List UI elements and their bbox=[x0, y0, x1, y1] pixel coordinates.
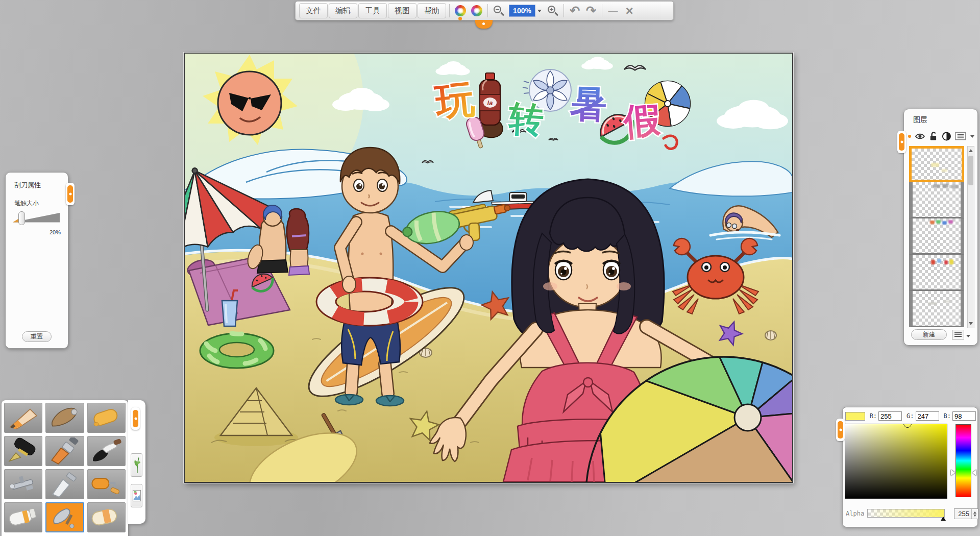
b-input[interactable] bbox=[952, 411, 976, 421]
layers-drag-handle[interactable] bbox=[897, 131, 906, 153]
zoom-in-button[interactable]: + bbox=[545, 3, 561, 18]
new-layer-button[interactable]: 新建 bbox=[911, 329, 947, 340]
menu-help-label: 帮助 bbox=[424, 6, 439, 16]
layers-scrollbar[interactable] bbox=[967, 146, 974, 328]
alpha-marker[interactable] bbox=[941, 517, 946, 521]
paint-tube-icon bbox=[6, 504, 41, 531]
layer-item[interactable] bbox=[909, 291, 964, 327]
undo-button[interactable]: ↶ bbox=[567, 3, 583, 18]
zoom-level-value: 100% bbox=[513, 7, 531, 15]
airbrush-icon bbox=[6, 471, 41, 498]
drawing-canvas[interactable]: la 玩 转 暑 假 bbox=[184, 53, 793, 483]
brush-paint-roller[interactable] bbox=[87, 469, 126, 499]
layers-options-caret[interactable] bbox=[966, 335, 970, 337]
close-button[interactable]: × bbox=[621, 3, 638, 18]
zoom-level-field[interactable]: 100% bbox=[509, 5, 535, 17]
close-icon: × bbox=[625, 4, 633, 17]
new-layer-label: 新建 bbox=[923, 330, 935, 339]
flat-brush-icon bbox=[47, 437, 83, 465]
g-label: G: bbox=[906, 412, 914, 420]
menu-tools[interactable]: 工具 bbox=[358, 3, 387, 18]
brush-ink-brush[interactable] bbox=[87, 436, 126, 466]
brush-palette-panel bbox=[2, 400, 128, 536]
alpha-spin-arrows[interactable] bbox=[971, 509, 978, 519]
hue-marker-right[interactable] bbox=[972, 470, 976, 476]
main-toolbar: 文件 编辑 工具 视图 帮助 − 100% + ↶ ↷ — × bbox=[295, 1, 674, 20]
brush-fountain-pen[interactable] bbox=[4, 436, 42, 466]
brush-flat-brush[interactable] bbox=[45, 436, 84, 466]
minimize-button[interactable]: — bbox=[605, 3, 621, 18]
plant-stamp-button[interactable] bbox=[131, 453, 142, 477]
layer-item-selected[interactable] bbox=[909, 146, 964, 182]
brush-palette-knife[interactable] bbox=[45, 469, 84, 499]
scraper-icon bbox=[47, 504, 83, 531]
menu-edit[interactable]: 编辑 bbox=[329, 3, 357, 18]
zoom-out-button[interactable]: − bbox=[491, 3, 507, 18]
rainbow-ring-icon bbox=[471, 5, 482, 16]
toolbar-drag-handle[interactable] bbox=[475, 20, 493, 29]
scroll-down-icon[interactable] bbox=[968, 320, 974, 327]
brush-paint-tube[interactable] bbox=[4, 502, 42, 532]
r-input[interactable] bbox=[878, 411, 902, 421]
brush-scraper-selected[interactable] bbox=[45, 502, 84, 532]
saturation-value-field[interactable] bbox=[845, 424, 947, 499]
reset-button[interactable]: 重置 bbox=[22, 331, 52, 342]
eraser-icon bbox=[88, 504, 124, 531]
blend-half-circle-icon[interactable] bbox=[942, 131, 951, 141]
ink-brush-icon bbox=[88, 437, 124, 465]
brush-size-value: 20% bbox=[6, 225, 68, 235]
layers-options-button[interactable] bbox=[952, 330, 964, 339]
redo-button[interactable]: ↷ bbox=[583, 3, 599, 18]
brush-airbrush[interactable] bbox=[4, 469, 42, 499]
brush-size-slider[interactable] bbox=[13, 212, 60, 225]
app-desktop: { "accent": {"orange": "#f6921e", "selec… bbox=[0, 0, 980, 536]
pencil-icon bbox=[6, 404, 41, 432]
alpha-slider[interactable] bbox=[867, 509, 945, 518]
brush-wood-tip[interactable] bbox=[45, 403, 84, 433]
layer-item[interactable] bbox=[909, 218, 964, 255]
color-drag-handle[interactable] bbox=[836, 419, 845, 441]
layers-panel: 图层 bbox=[903, 109, 978, 346]
layer-menu-caret[interactable] bbox=[970, 135, 974, 138]
color-wheel-icon[interactable] bbox=[452, 3, 469, 18]
menu-file-label: 文件 bbox=[306, 6, 321, 16]
g-input[interactable] bbox=[916, 411, 939, 421]
b-label: B: bbox=[944, 412, 951, 420]
menu-view-label: 视图 bbox=[395, 6, 410, 16]
toolbar-separator bbox=[602, 4, 602, 17]
current-color-swatch[interactable] bbox=[845, 412, 865, 421]
menu-view[interactable]: 视图 bbox=[388, 3, 416, 18]
scroll-up-icon[interactable] bbox=[968, 147, 974, 154]
palette-side-tab bbox=[128, 400, 145, 524]
svg-text:玩: 玩 bbox=[432, 76, 477, 125]
layer-menu-icon[interactable] bbox=[955, 132, 967, 141]
beach-illustration: la 玩 转 暑 假 bbox=[185, 54, 792, 482]
palette-drag-handle[interactable] bbox=[131, 407, 140, 430]
zoom-dropdown-caret[interactable] bbox=[537, 10, 542, 12]
panel-drag-handle[interactable] bbox=[66, 183, 75, 205]
hue-marker-left[interactable] bbox=[951, 470, 955, 476]
brush-eraser[interactable] bbox=[87, 502, 126, 532]
unlock-icon[interactable] bbox=[928, 131, 938, 141]
menu-help[interactable]: 帮助 bbox=[418, 3, 446, 18]
slider-thumb[interactable] bbox=[18, 211, 25, 225]
hue-slider[interactable] bbox=[955, 424, 971, 497]
seashell bbox=[765, 331, 776, 340]
zoom-in-icon: + bbox=[547, 5, 558, 16]
paint-roller-icon bbox=[88, 471, 124, 498]
menu-file[interactable]: 文件 bbox=[299, 3, 328, 18]
toolbar-separator bbox=[449, 4, 450, 17]
scrollbar-thumb[interactable] bbox=[968, 156, 973, 185]
visibility-eye-icon[interactable] bbox=[915, 132, 925, 141]
color-picker-panel: R: G: B: Alpha 255 bbox=[842, 407, 978, 527]
alpha-spinner[interactable]: 255 bbox=[954, 508, 978, 519]
picture-stamp-button[interactable] bbox=[131, 484, 142, 507]
brush-pencil[interactable] bbox=[4, 403, 42, 433]
sv-cursor[interactable] bbox=[903, 424, 912, 428]
layer-item[interactable] bbox=[909, 182, 964, 218]
brush-crayon[interactable] bbox=[87, 403, 126, 433]
layer-item[interactable] bbox=[909, 255, 964, 291]
scraper-properties-panel: 刮刀属性 笔触大小 20% 重置 bbox=[5, 172, 68, 349]
rainbow-swirl-icon[interactable] bbox=[469, 3, 485, 18]
menu-tools-label: 工具 bbox=[365, 6, 380, 16]
